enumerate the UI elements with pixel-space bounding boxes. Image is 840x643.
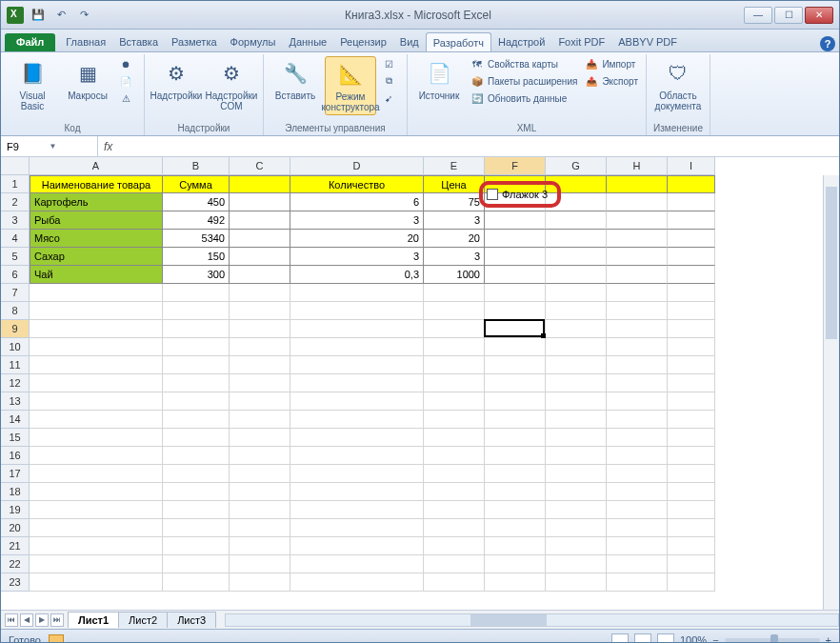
cell-G19[interactable] xyxy=(546,501,607,519)
cell-H3[interactable] xyxy=(607,211,668,230)
row-header-20[interactable]: 20 xyxy=(1,519,30,537)
cell-D21[interactable] xyxy=(290,537,424,555)
tab-file[interactable]: Файл xyxy=(5,33,55,51)
row-header-17[interactable]: 17 xyxy=(1,465,30,483)
cell-I9[interactable] xyxy=(668,320,715,338)
cell-C23[interactable] xyxy=(230,573,290,592)
minimize-button[interactable]: — xyxy=(744,7,772,24)
cell-F9[interactable] xyxy=(485,320,546,338)
cell-I20[interactable] xyxy=(668,519,715,537)
cell-H14[interactable] xyxy=(607,411,668,429)
ribbon-button-1-0[interactable]: ⚙Надстройки xyxy=(150,56,202,103)
cell-D22[interactable] xyxy=(290,555,424,573)
cell-F10[interactable] xyxy=(485,338,546,356)
cell-D13[interactable] xyxy=(290,392,424,411)
cell-B7[interactable] xyxy=(163,284,230,302)
row-header-13[interactable]: 13 xyxy=(1,392,30,411)
cell-I8[interactable] xyxy=(668,302,715,320)
cell-A22[interactable] xyxy=(30,555,163,573)
cell-B1[interactable]: Сумма xyxy=(163,175,230,193)
ribbon-button-0-0[interactable]: 📘Visual Basic xyxy=(7,56,58,113)
row-header-2[interactable]: 2 xyxy=(1,193,30,211)
undo-button[interactable]: ↶ xyxy=(52,7,70,24)
cell-H7[interactable] xyxy=(607,284,668,302)
row-header-4[interactable]: 4 xyxy=(1,230,30,248)
cell-A23[interactable] xyxy=(30,573,163,592)
cell-C20[interactable] xyxy=(230,519,290,537)
row-header-3[interactable]: 3 xyxy=(1,211,30,230)
zoom-in-button[interactable]: + xyxy=(826,634,831,644)
cell-B11[interactable] xyxy=(163,356,230,374)
checkbox-box[interactable] xyxy=(487,189,498,200)
cell-A9[interactable] xyxy=(30,320,163,338)
col-header-G[interactable]: G xyxy=(546,157,607,175)
cell-B20[interactable] xyxy=(163,519,230,537)
cell-F22[interactable] xyxy=(485,555,546,573)
cell-C5[interactable] xyxy=(230,248,290,266)
view-layout-button[interactable] xyxy=(634,633,651,644)
cell-A13[interactable] xyxy=(30,392,163,411)
cell-A8[interactable] xyxy=(30,302,163,320)
ribbon-small-3-1[interactable]: 📦Пакеты расширения xyxy=(469,73,579,89)
cell-G5[interactable] xyxy=(546,248,607,266)
cell-E14[interactable] xyxy=(424,411,485,429)
row-header-15[interactable]: 15 xyxy=(1,429,30,447)
formula-input-area[interactable]: fx xyxy=(98,136,839,156)
cell-F23[interactable] xyxy=(485,573,546,592)
cell-C13[interactable] xyxy=(230,392,290,411)
cell-C4[interactable] xyxy=(230,230,290,248)
cell-G11[interactable] xyxy=(546,356,607,374)
cell-G20[interactable] xyxy=(546,519,607,537)
cell-B22[interactable] xyxy=(163,555,230,573)
cell-C10[interactable] xyxy=(230,338,290,356)
row-header-23[interactable]: 23 xyxy=(1,573,30,592)
col-header-I[interactable]: I xyxy=(668,157,715,175)
row-header-1[interactable]: 1 xyxy=(1,175,30,193)
cell-I16[interactable] xyxy=(668,447,715,465)
cell-A15[interactable] xyxy=(30,429,163,447)
cell-H12[interactable] xyxy=(607,374,668,392)
sheet-nav-last[interactable]: ⏭ xyxy=(50,613,64,627)
sheet-nav-next[interactable]: ▶ xyxy=(35,613,49,627)
cell-B6[interactable]: 300 xyxy=(163,266,230,284)
cell-I23[interactable] xyxy=(668,573,715,592)
cell-B4[interactable]: 5340 xyxy=(163,230,230,248)
cell-C2[interactable] xyxy=(230,193,290,211)
row-header-16[interactable]: 16 xyxy=(1,447,30,465)
cell-E15[interactable] xyxy=(424,429,485,447)
sheet-tab-1[interactable]: Лист2 xyxy=(118,612,168,628)
cell-F6[interactable] xyxy=(485,266,546,284)
cell-B17[interactable] xyxy=(163,465,230,483)
row-header-18[interactable]: 18 xyxy=(1,483,30,501)
cell-B8[interactable] xyxy=(163,302,230,320)
cell-F12[interactable] xyxy=(485,374,546,392)
cell-B21[interactable] xyxy=(163,537,230,555)
cell-B10[interactable] xyxy=(163,338,230,356)
cell-D3[interactable]: 3 xyxy=(290,211,424,230)
cell-H19[interactable] xyxy=(607,501,668,519)
cell-A3[interactable]: Рыба xyxy=(30,211,163,230)
cell-C17[interactable] xyxy=(230,465,290,483)
ribbon-small-2-2[interactable]: ➹ xyxy=(380,90,401,106)
row-header-7[interactable]: 7 xyxy=(1,284,30,302)
row-header-6[interactable]: 6 xyxy=(1,266,30,284)
cell-D16[interactable] xyxy=(290,447,424,465)
tab-9[interactable]: Foxit PDF xyxy=(551,32,611,51)
cell-E19[interactable] xyxy=(424,501,485,519)
cell-G21[interactable] xyxy=(546,537,607,555)
cell-G18[interactable] xyxy=(546,483,607,501)
cell-G15[interactable] xyxy=(546,429,607,447)
cell-F3[interactable] xyxy=(485,211,546,230)
macro-recording-icon[interactable] xyxy=(49,634,64,644)
cell-F4[interactable] xyxy=(485,230,546,248)
cell-E23[interactable] xyxy=(424,573,485,592)
cell-I15[interactable] xyxy=(668,429,715,447)
tab-7[interactable]: Разработч xyxy=(426,32,491,51)
save-button[interactable]: 💾 xyxy=(30,7,47,24)
cell-H8[interactable] xyxy=(607,302,668,320)
cell-E22[interactable] xyxy=(424,555,485,573)
row-header-5[interactable]: 5 xyxy=(1,248,30,266)
redo-button[interactable]: ↷ xyxy=(75,7,92,24)
tab-1[interactable]: Вставка xyxy=(112,32,165,51)
cell-D15[interactable] xyxy=(290,429,424,447)
